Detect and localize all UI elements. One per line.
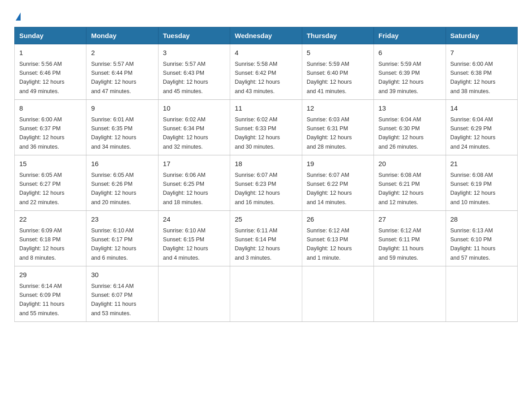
day-info: Sunrise: 6:01 AMSunset: 6:35 PMDaylight:… — [91, 116, 136, 150]
calendar-cell: 5Sunrise: 5:59 AMSunset: 6:40 PMDaylight… — [302, 44, 373, 100]
calendar-header-row: SundayMondayTuesdayWednesdayThursdayFrid… — [15, 27, 518, 44]
day-info: Sunrise: 6:14 AMSunset: 6:07 PMDaylight:… — [91, 283, 136, 317]
day-info: Sunrise: 6:12 AMSunset: 6:13 PMDaylight:… — [307, 227, 352, 261]
calendar-cell: 18Sunrise: 6:07 AMSunset: 6:23 PMDayligh… — [230, 155, 302, 211]
day-number: 20 — [378, 159, 441, 169]
calendar-week-row: 8Sunrise: 6:00 AMSunset: 6:37 PMDaylight… — [15, 100, 518, 155]
day-info: Sunrise: 6:08 AMSunset: 6:19 PMDaylight:… — [450, 172, 496, 206]
day-info: Sunrise: 6:05 AMSunset: 6:26 PMDaylight:… — [91, 172, 136, 206]
day-info: Sunrise: 6:09 AMSunset: 6:18 PMDaylight:… — [19, 227, 64, 261]
calendar-cell: 26Sunrise: 6:12 AMSunset: 6:13 PMDayligh… — [302, 211, 373, 266]
calendar-cell: 20Sunrise: 6:08 AMSunset: 6:21 PMDayligh… — [374, 155, 446, 211]
day-number: 18 — [235, 159, 297, 169]
day-number: 19 — [307, 159, 369, 169]
calendar-cell — [374, 266, 446, 322]
calendar-cell: 10Sunrise: 6:02 AMSunset: 6:34 PMDayligh… — [158, 100, 230, 155]
day-number: 26 — [307, 214, 369, 225]
day-number: 10 — [163, 103, 225, 114]
day-number: 15 — [19, 159, 82, 169]
day-info: Sunrise: 5:57 AMSunset: 6:44 PMDaylight:… — [91, 61, 136, 94]
day-info: Sunrise: 6:14 AMSunset: 6:09 PMDaylight:… — [19, 283, 64, 317]
calendar-cell: 30Sunrise: 6:14 AMSunset: 6:07 PMDayligh… — [86, 266, 158, 322]
day-info: Sunrise: 6:00 AMSunset: 6:37 PMDaylight:… — [19, 116, 64, 150]
calendar-cell: 4Sunrise: 5:58 AMSunset: 6:42 PMDaylight… — [230, 44, 302, 100]
day-number: 28 — [450, 214, 513, 225]
day-info: Sunrise: 6:04 AMSunset: 6:29 PMDaylight:… — [450, 116, 496, 150]
day-number: 6 — [378, 48, 441, 58]
day-number: 12 — [307, 103, 369, 114]
day-info: Sunrise: 6:12 AMSunset: 6:11 PMDaylight:… — [378, 227, 424, 261]
col-header-saturday: Saturday — [446, 27, 517, 44]
calendar-week-row: 15Sunrise: 6:05 AMSunset: 6:27 PMDayligh… — [15, 155, 518, 211]
day-info: Sunrise: 6:00 AMSunset: 6:38 PMDaylight:… — [450, 61, 496, 94]
calendar-cell: 6Sunrise: 5:59 AMSunset: 6:39 PMDaylight… — [374, 44, 446, 100]
calendar-cell: 23Sunrise: 6:10 AMSunset: 6:17 PMDayligh… — [86, 211, 158, 266]
day-number: 24 — [163, 214, 225, 225]
calendar-cell: 1Sunrise: 5:56 AMSunset: 6:46 PMDaylight… — [15, 44, 86, 100]
day-info: Sunrise: 6:10 AMSunset: 6:15 PMDaylight:… — [163, 227, 208, 261]
calendar-cell — [230, 266, 302, 322]
day-number: 5 — [307, 48, 369, 58]
day-number: 8 — [19, 103, 82, 114]
calendar-cell: 9Sunrise: 6:01 AMSunset: 6:35 PMDaylight… — [86, 100, 158, 155]
calendar-cell: 29Sunrise: 6:14 AMSunset: 6:09 PMDayligh… — [15, 266, 86, 322]
day-info: Sunrise: 6:11 AMSunset: 6:14 PMDaylight:… — [235, 227, 280, 261]
calendar-cell — [302, 266, 373, 322]
day-number: 25 — [235, 214, 297, 225]
day-info: Sunrise: 5:56 AMSunset: 6:46 PMDaylight:… — [19, 61, 64, 94]
col-header-friday: Friday — [374, 27, 446, 44]
day-number: 16 — [91, 159, 153, 169]
day-number: 7 — [450, 48, 513, 58]
day-number: 27 — [378, 214, 441, 225]
day-number: 9 — [91, 103, 153, 114]
logo — [14, 13, 21, 21]
day-number: 1 — [19, 48, 82, 58]
day-number: 14 — [450, 103, 513, 114]
calendar-table: SundayMondayTuesdayWednesdayThursdayFrid… — [14, 27, 518, 322]
day-number: 29 — [19, 270, 82, 280]
col-header-sunday: Sunday — [15, 27, 86, 44]
logo-triangle-icon — [16, 13, 21, 21]
day-info: Sunrise: 6:10 AMSunset: 6:17 PMDaylight:… — [91, 227, 136, 261]
calendar-cell: 2Sunrise: 5:57 AMSunset: 6:44 PMDaylight… — [86, 44, 158, 100]
day-info: Sunrise: 6:05 AMSunset: 6:27 PMDaylight:… — [19, 172, 64, 206]
day-number: 2 — [91, 48, 153, 58]
day-info: Sunrise: 6:08 AMSunset: 6:21 PMDaylight:… — [378, 172, 424, 206]
day-number: 22 — [19, 214, 82, 225]
calendar-cell: 11Sunrise: 6:02 AMSunset: 6:33 PMDayligh… — [230, 100, 302, 155]
day-info: Sunrise: 6:02 AMSunset: 6:33 PMDaylight:… — [235, 116, 280, 150]
day-number: 4 — [235, 48, 297, 58]
day-info: Sunrise: 6:02 AMSunset: 6:34 PMDaylight:… — [163, 116, 208, 150]
calendar-cell: 19Sunrise: 6:07 AMSunset: 6:22 PMDayligh… — [302, 155, 373, 211]
day-number: 13 — [378, 103, 441, 114]
calendar-cell: 17Sunrise: 6:06 AMSunset: 6:25 PMDayligh… — [158, 155, 230, 211]
day-info: Sunrise: 6:13 AMSunset: 6:10 PMDaylight:… — [450, 227, 496, 261]
calendar-cell: 24Sunrise: 6:10 AMSunset: 6:15 PMDayligh… — [158, 211, 230, 266]
calendar-cell: 14Sunrise: 6:04 AMSunset: 6:29 PMDayligh… — [446, 100, 517, 155]
calendar-cell: 28Sunrise: 6:13 AMSunset: 6:10 PMDayligh… — [446, 211, 517, 266]
day-info: Sunrise: 6:07 AMSunset: 6:22 PMDaylight:… — [307, 172, 352, 206]
calendar-cell: 16Sunrise: 6:05 AMSunset: 6:26 PMDayligh… — [86, 155, 158, 211]
day-info: Sunrise: 5:59 AMSunset: 6:39 PMDaylight:… — [378, 61, 424, 94]
page-header — [14, 11, 518, 21]
calendar-cell: 25Sunrise: 6:11 AMSunset: 6:14 PMDayligh… — [230, 211, 302, 266]
day-info: Sunrise: 6:07 AMSunset: 6:23 PMDaylight:… — [235, 172, 280, 206]
calendar-cell — [446, 266, 517, 322]
col-header-wednesday: Wednesday — [230, 27, 302, 44]
calendar-cell: 7Sunrise: 6:00 AMSunset: 6:38 PMDaylight… — [446, 44, 517, 100]
day-info: Sunrise: 6:03 AMSunset: 6:31 PMDaylight:… — [307, 116, 352, 150]
col-header-thursday: Thursday — [302, 27, 373, 44]
day-info: Sunrise: 5:58 AMSunset: 6:42 PMDaylight:… — [235, 61, 280, 94]
day-info: Sunrise: 5:59 AMSunset: 6:40 PMDaylight:… — [307, 61, 352, 94]
calendar-week-row: 1Sunrise: 5:56 AMSunset: 6:46 PMDaylight… — [15, 44, 518, 100]
calendar-week-row: 22Sunrise: 6:09 AMSunset: 6:18 PMDayligh… — [15, 211, 518, 266]
col-header-monday: Monday — [86, 27, 158, 44]
day-number: 3 — [163, 48, 225, 58]
calendar-cell: 3Sunrise: 5:57 AMSunset: 6:43 PMDaylight… — [158, 44, 230, 100]
calendar-cell — [158, 266, 230, 322]
calendar-week-row: 29Sunrise: 6:14 AMSunset: 6:09 PMDayligh… — [15, 266, 518, 322]
calendar-cell: 12Sunrise: 6:03 AMSunset: 6:31 PMDayligh… — [302, 100, 373, 155]
calendar-cell: 27Sunrise: 6:12 AMSunset: 6:11 PMDayligh… — [374, 211, 446, 266]
day-number: 30 — [91, 270, 153, 280]
col-header-tuesday: Tuesday — [158, 27, 230, 44]
